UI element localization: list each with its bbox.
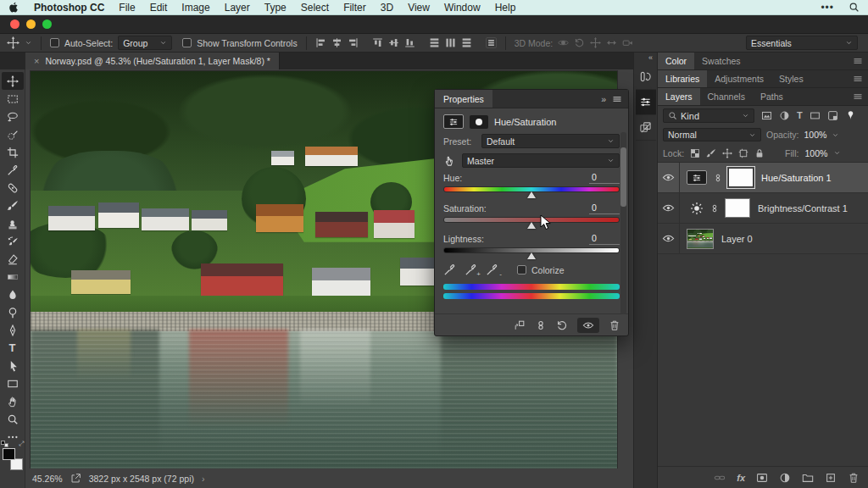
tool-rectangle[interactable] (2, 374, 24, 392)
lock-all-icon[interactable] (754, 148, 765, 158)
tool-blur[interactable] (2, 286, 24, 303)
lock-image-pixels-icon[interactable] (706, 148, 716, 158)
panel-menu-icon[interactable] (853, 92, 863, 102)
layer-row-layer0[interactable]: Layer 0 (658, 224, 868, 254)
lightness-slider[interactable] (443, 247, 620, 253)
history-panel-button[interactable] (636, 64, 656, 90)
hue-saturation-thumbnail[interactable] (687, 170, 707, 185)
lock-position-icon[interactable] (722, 148, 732, 158)
auto-select-dropdown[interactable]: Group (118, 36, 172, 50)
layer-row-brightness-contrast[interactable]: Brightness/Contrast 1 (658, 193, 868, 224)
window-close-button[interactable] (10, 19, 19, 29)
tab-channels[interactable]: Channels (700, 88, 753, 105)
lightness-slider-thumb[interactable] (527, 252, 536, 259)
filter-type-layers-icon[interactable]: T (797, 111, 803, 120)
properties-panel-button[interactable] (636, 90, 656, 115)
layer-mask-thumbnail[interactable] (725, 198, 750, 218)
menu-image[interactable]: Image (181, 2, 209, 14)
panel-menu-icon[interactable] (853, 56, 863, 66)
channel-dropdown[interactable]: Master (462, 153, 620, 168)
swap-colors-icon[interactable]: ⤢ (19, 440, 24, 448)
collapse-panel-icon[interactable]: » (601, 94, 606, 104)
fill-value[interactable]: 100% (804, 148, 827, 158)
hue-slider[interactable] (443, 186, 620, 192)
layer-filter-dropdown[interactable]: Kind (663, 108, 754, 123)
align-right-edges-icon[interactable] (348, 37, 359, 48)
foreground-color-swatch[interactable] (3, 448, 15, 460)
show-transform-checkbox[interactable] (182, 38, 192, 47)
tool-gradient[interactable] (2, 268, 24, 286)
collapse-panels-icon[interactable]: « (648, 53, 657, 64)
tab-styles[interactable]: Styles (771, 70, 811, 87)
align-top-edges-icon[interactable] (372, 37, 383, 48)
tool-eyedropper[interactable] (2, 161, 24, 179)
workspace-dropdown[interactable]: Essentials (746, 36, 858, 50)
delete-layer-icon[interactable] (848, 472, 860, 484)
properties-scrollbar[interactable] (620, 132, 626, 314)
lock-artboard-icon[interactable] (738, 148, 748, 158)
apple-menu-icon[interactable] (8, 2, 19, 13)
tool-rectangular-marquee[interactable] (2, 90, 24, 108)
menu-extras-icon[interactable]: ••• (821, 2, 834, 14)
tool-hand[interactable] (2, 392, 24, 410)
auto-align-layers-icon[interactable] (486, 37, 497, 48)
tool-crop[interactable] (2, 143, 24, 161)
view-previous-state-icon[interactable] (535, 319, 547, 331)
eyedropper-sample-icon[interactable] (443, 263, 456, 276)
add-layer-mask-icon[interactable] (756, 472, 768, 484)
layer-name[interactable]: Brightness/Contrast 1 (758, 203, 848, 214)
chevron-down-icon[interactable] (833, 149, 841, 157)
tool-spot-healing[interactable] (2, 179, 24, 197)
menu-window[interactable]: Window (444, 2, 481, 14)
window-minimize-button[interactable] (26, 19, 36, 29)
properties-tab[interactable]: Properties (435, 90, 492, 108)
opacity-value[interactable]: 100% (804, 130, 827, 140)
tab-swatches[interactable]: Swatches (694, 53, 748, 69)
close-icon[interactable]: × (34, 56, 39, 66)
link-layers-icon[interactable] (714, 472, 726, 484)
tool-dodge[interactable] (2, 303, 24, 321)
layer-mask-thumbnail[interactable] (728, 168, 754, 187)
layer-visibility-cell[interactable] (658, 224, 680, 253)
menu-help[interactable]: Help (495, 2, 516, 14)
menu-type[interactable]: Type (264, 2, 287, 14)
menu-view[interactable]: View (408, 2, 430, 14)
menu-file[interactable]: File (119, 2, 135, 14)
tool-clone-stamp[interactable] (2, 214, 24, 232)
brightness-contrast-icon[interactable] (690, 202, 704, 215)
filter-toggle-icon[interactable] (845, 110, 856, 121)
menu-edit[interactable]: Edit (150, 2, 168, 14)
export-icon[interactable] (70, 473, 81, 484)
filter-adjustment-layers-icon[interactable] (779, 110, 790, 121)
tab-libraries[interactable]: Libraries (658, 70, 707, 87)
chevron-down-icon[interactable] (832, 131, 839, 139)
tool-eraser[interactable] (2, 250, 24, 268)
menu-filter[interactable]: Filter (343, 2, 366, 14)
tab-layers[interactable]: Layers (658, 88, 700, 105)
chevron-down-icon[interactable] (25, 39, 32, 47)
tool-brush[interactable] (2, 197, 24, 214)
document-tab[interactable]: × Norway.psd @ 45.3% (Hue/Saturation 1, … (25, 53, 280, 69)
tab-color[interactable]: Color (658, 53, 694, 69)
lightness-value-field[interactable]: 0 (589, 233, 620, 245)
saturation-value-field[interactable]: 0 (589, 202, 620, 214)
tool-lasso[interactable] (2, 108, 24, 125)
distribute-bottom-icon[interactable] (461, 37, 472, 48)
align-bottom-edges-icon[interactable] (404, 37, 415, 48)
tool-path-selection[interactable] (2, 357, 24, 374)
background-color-swatch[interactable] (10, 458, 23, 470)
align-horizontal-centers-icon[interactable] (331, 37, 342, 48)
eyedropper-subtract-icon[interactable]: - (486, 263, 498, 276)
mask-link-icon[interactable] (713, 173, 723, 183)
tab-adjustments[interactable]: Adjustments (707, 70, 771, 87)
layer-row-hue-saturation[interactable]: Hue/Saturation 1 (658, 163, 868, 193)
menu-3d[interactable]: 3D (381, 2, 393, 14)
delete-adjustment-icon[interactable] (609, 319, 620, 331)
hue-slider-thumb[interactable] (527, 191, 536, 198)
mask-badge-icon[interactable] (470, 115, 488, 129)
preset-dropdown[interactable]: Default (481, 134, 620, 148)
layer-name[interactable]: Layer 0 (721, 234, 753, 244)
menu-layer[interactable]: Layer (225, 2, 250, 14)
tool-quick-selection[interactable] (2, 125, 24, 143)
window-zoom-button[interactable] (42, 19, 52, 29)
